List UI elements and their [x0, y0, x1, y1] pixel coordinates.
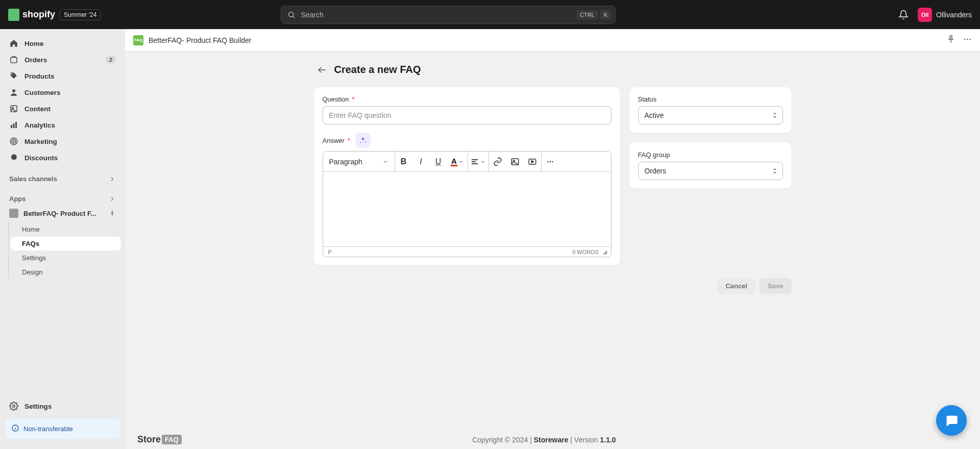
orders-icon	[9, 55, 18, 64]
answer-label-row: Answer*	[323, 133, 611, 148]
chevron-right-icon	[109, 176, 116, 183]
answer-textarea[interactable]	[323, 172, 611, 246]
kbd-ctrl: CTRL	[576, 10, 598, 19]
svg-point-0	[289, 12, 293, 16]
more-icon[interactable]	[963, 35, 972, 46]
brand-area: shopify Summer '24	[8, 9, 101, 21]
avatar: Oll	[918, 8, 932, 22]
subnav-settings[interactable]: Settings	[11, 251, 121, 265]
text-color-button[interactable]: A	[447, 157, 468, 166]
svg-point-18	[969, 38, 971, 40]
nav-settings[interactable]: Settings	[4, 398, 121, 414]
svg-rect-2	[11, 58, 17, 63]
chevron-right-icon	[109, 195, 116, 203]
nav-label: Orders	[24, 56, 100, 64]
nav-label: Marketing	[24, 138, 116, 145]
app-body: Home Orders 2 Products Customers Content…	[0, 29, 980, 449]
nav-customers[interactable]: Customers	[4, 85, 121, 100]
group-select[interactable]: Orders	[638, 162, 783, 180]
nav-analytics[interactable]: Analytics	[4, 117, 121, 133]
section-sales-channels[interactable]: Sales channels	[4, 171, 121, 186]
status-card: Status Active	[629, 87, 792, 133]
svg-point-17	[967, 38, 968, 40]
chat-fab[interactable]	[936, 405, 967, 436]
non-transferable-banner[interactable]: Non-transferable	[5, 419, 120, 439]
nav-marketing[interactable]: Marketing	[4, 134, 121, 149]
subnav-faqs[interactable]: FAQs	[11, 237, 121, 251]
subnav-design[interactable]: Design	[11, 265, 121, 279]
section-apps[interactable]: Apps	[4, 191, 121, 206]
bell-icon[interactable]	[898, 10, 909, 20]
sidebar-bottom: Settings Non-transferable	[4, 398, 121, 449]
kbd-k: K	[600, 10, 611, 19]
page-actions: Cancel Save	[306, 278, 800, 294]
question-input[interactable]	[323, 106, 611, 124]
underline-button[interactable]: U	[430, 152, 447, 172]
app-title: BetterFAQ- Product FAQ Builder	[149, 36, 941, 44]
non-transferable-label: Non-transferable	[23, 425, 73, 433]
italic-button[interactable]: I	[412, 152, 430, 172]
user-menu[interactable]: Oll Ollivanders	[918, 8, 972, 22]
search-wrap: CTRL K	[281, 6, 616, 24]
svg-point-16	[964, 38, 965, 40]
storefaq-logo: Store FAQ	[137, 434, 182, 445]
page-heading: Create a new FAQ	[317, 64, 792, 76]
nav-label: Home	[24, 40, 116, 47]
chevron-updown-icon	[772, 112, 777, 118]
question-label: Question*	[323, 95, 611, 103]
image-button[interactable]	[506, 152, 524, 172]
status-value: Active	[645, 111, 664, 119]
summer-badge: Summer '24	[59, 9, 101, 20]
save-button[interactable]: Save	[760, 278, 791, 294]
nav-content[interactable]: Content	[4, 101, 121, 116]
group-value: Orders	[645, 167, 667, 175]
cancel-button[interactable]: Cancel	[717, 278, 755, 294]
video-button[interactable]	[524, 152, 541, 172]
align-button[interactable]	[468, 158, 488, 166]
faq-form-card: Question* Answer*	[314, 87, 620, 266]
nav-products[interactable]: Products	[4, 68, 121, 84]
page-footer: Store FAQ Copyright © 2024 | Storeware |…	[125, 423, 980, 449]
search-input[interactable]	[301, 11, 576, 19]
ai-sparkle-button[interactable]	[355, 133, 371, 148]
chevron-updown-icon	[772, 168, 777, 174]
nav-discounts[interactable]: Discounts	[4, 150, 121, 165]
app-header-actions	[946, 35, 972, 46]
app-header-bar: FAQ BetterFAQ- Product FAQ Builder	[125, 29, 980, 52]
home-icon	[9, 39, 18, 48]
content-icon	[9, 104, 18, 113]
group-label: FAQ group	[638, 151, 783, 159]
products-icon	[9, 71, 18, 81]
nav-label: Analytics	[24, 121, 116, 129]
subnav-home[interactable]: Home	[11, 222, 121, 236]
main: FAQ BetterFAQ- Product FAQ Builder Creat…	[125, 29, 980, 449]
group-card: FAQ group Orders	[629, 142, 792, 189]
sidebar: Home Orders 2 Products Customers Content…	[0, 29, 125, 449]
answer-editor: Paragraph B I U	[323, 151, 611, 257]
app-name: BetterFAQ- Product F...	[23, 210, 104, 217]
resize-grip-icon[interactable]: ◢	[603, 248, 607, 255]
pin-icon[interactable]	[946, 35, 955, 46]
link-button[interactable]	[489, 152, 506, 172]
bold-button[interactable]: B	[395, 152, 412, 172]
shopify-bag-icon	[8, 9, 19, 21]
info-icon	[11, 424, 19, 434]
page-title: Create a new FAQ	[334, 64, 421, 76]
nav-home[interactable]: Home	[4, 36, 121, 51]
discounts-icon	[9, 153, 18, 162]
svg-point-11	[13, 141, 14, 142]
more-formatting-button[interactable]	[542, 152, 559, 172]
customers-icon	[9, 88, 18, 97]
paragraph-dropdown[interactable]: Paragraph	[323, 158, 395, 166]
back-button[interactable]	[317, 65, 327, 75]
status-select[interactable]: Active	[638, 106, 783, 124]
svg-point-28	[549, 161, 551, 162]
pin-icon[interactable]	[109, 210, 116, 217]
shopify-logo[interactable]: shopify	[8, 9, 55, 21]
app-icon	[9, 209, 18, 218]
search-box[interactable]: CTRL K	[281, 6, 616, 24]
app-nav-betterfaq[interactable]: BetterFAQ- Product F...	[4, 206, 121, 221]
search-shortcut: CTRL K	[576, 10, 611, 19]
marketing-icon	[9, 137, 18, 146]
nav-orders[interactable]: Orders 2	[4, 52, 121, 67]
